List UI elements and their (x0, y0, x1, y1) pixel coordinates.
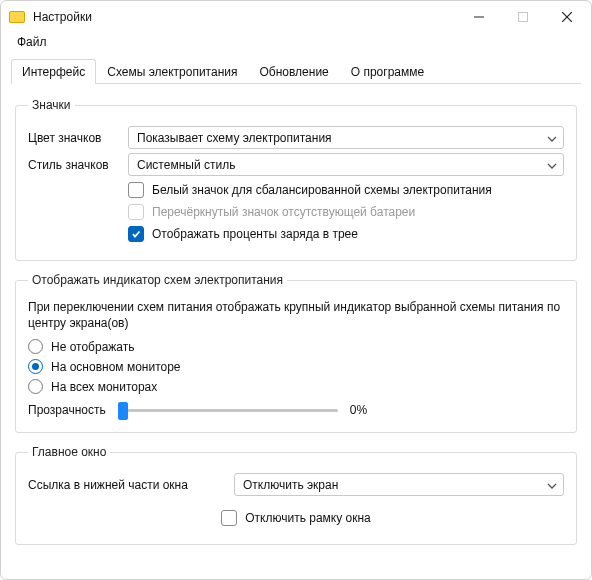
svg-rect-1 (519, 13, 528, 22)
chevron-down-icon (547, 158, 557, 172)
radio-none-label: Не отображать (51, 340, 135, 354)
checkbox-white-icon-label: Белый значок для сбалансированной схемы … (152, 183, 492, 197)
titlebar: Настройки (1, 1, 591, 33)
group-indicator: Отображать индикатор схем электропитания… (15, 273, 577, 433)
tab-power-plans[interactable]: Схемы электропитания (96, 59, 248, 84)
icon-color-value: Показывает схему электропитания (137, 131, 332, 145)
opacity-value: 0% (350, 403, 367, 417)
icon-color-select[interactable]: Показывает схему электропитания (128, 126, 564, 149)
checkbox-strike-missing-label: Перечёркнутый значок отсутствующей батар… (152, 205, 415, 219)
icon-style-label: Стиль значков (28, 158, 122, 172)
settings-window: Настройки Файл Интерфейс Схемы электропи… (0, 0, 592, 580)
indicator-description: При переключении схем питания отображать… (28, 299, 564, 331)
radio-primary[interactable] (28, 359, 43, 374)
chevron-down-icon (547, 478, 557, 492)
group-icons: Значки Цвет значков Показывает схему эле… (15, 98, 577, 261)
bottom-link-select[interactable]: Отключить экран (234, 473, 564, 496)
tab-panel-interface: Значки Цвет значков Показывает схему эле… (1, 84, 591, 579)
group-icons-legend: Значки (28, 98, 75, 112)
window-title: Настройки (33, 10, 457, 24)
checkbox-show-percent-label: Отображать проценты заряда в трее (152, 227, 358, 241)
radio-all-label: На всех мониторах (51, 380, 157, 394)
radio-all[interactable] (28, 379, 43, 394)
tab-interface[interactable]: Интерфейс (11, 59, 96, 84)
opacity-slider[interactable] (118, 400, 338, 420)
checkbox-disable-frame-label: Отключить рамку окна (245, 511, 371, 525)
group-main-window-legend: Главное окно (28, 445, 110, 459)
chevron-down-icon (547, 131, 557, 145)
opacity-label: Прозрачность (28, 403, 106, 417)
minimize-button[interactable] (457, 2, 501, 32)
icon-style-select[interactable]: Системный стиль (128, 153, 564, 176)
checkbox-disable-frame[interactable] (221, 510, 237, 526)
group-main-window: Главное окно Ссылка в нижней части окна … (15, 445, 577, 545)
icon-style-value: Системный стиль (137, 158, 235, 172)
maximize-button (501, 2, 545, 32)
radio-primary-label: На основном мониторе (51, 360, 181, 374)
icon-color-label: Цвет значков (28, 131, 122, 145)
checkbox-show-percent[interactable] (128, 226, 144, 242)
app-icon (9, 11, 25, 23)
bottom-link-label: Ссылка в нижней части окна (28, 478, 228, 492)
tabs: Интерфейс Схемы электропитания Обновлени… (1, 55, 591, 84)
checkbox-strike-missing (128, 204, 144, 220)
radio-none[interactable] (28, 339, 43, 354)
tab-about[interactable]: О программе (340, 59, 435, 84)
checkbox-white-icon[interactable] (128, 182, 144, 198)
bottom-link-value: Отключить экран (243, 478, 338, 492)
menubar: Файл (1, 33, 591, 55)
menu-file[interactable]: Файл (11, 33, 53, 51)
group-indicator-legend: Отображать индикатор схем электропитания (28, 273, 287, 287)
close-button[interactable] (545, 2, 589, 32)
tab-update[interactable]: Обновление (248, 59, 339, 84)
